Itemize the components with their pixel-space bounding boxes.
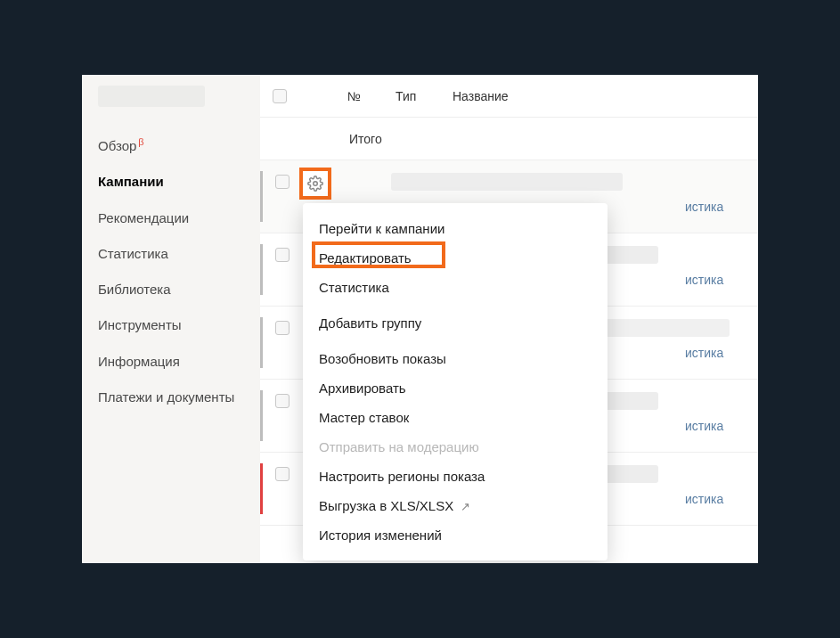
stats-link-partial[interactable]: истика <box>685 200 758 214</box>
sidebar-item-label: Обзор <box>98 138 136 153</box>
sidebar-item-label: Кампании <box>98 174 164 189</box>
stats-link-partial[interactable]: истика <box>685 346 758 360</box>
sidebar-item-tools[interactable]: Инструменты <box>82 307 260 343</box>
summary-label: Итого <box>338 132 382 146</box>
row-checkbox[interactable] <box>275 175 290 189</box>
logo-placeholder <box>98 86 205 107</box>
sidebar-item-statistics[interactable]: Статистика <box>82 236 260 272</box>
stats-link-partial[interactable]: истика <box>685 492 758 506</box>
menu-item-bid-master[interactable]: Мастер ставок <box>303 403 608 432</box>
menu-item-send-moderation: Отправить на модерацию <box>303 432 608 462</box>
sidebar-item-information[interactable]: Информация <box>82 344 260 380</box>
context-menu: Перейти к кампании Редактировать Статист… <box>303 203 608 560</box>
menu-item-export-xls[interactable]: Выгрузка в XLS/XLSX ↗ <box>303 491 608 520</box>
header-number[interactable]: № <box>338 89 396 103</box>
sidebar-item-label: Рекомендации <box>98 210 189 225</box>
menu-item-history[interactable]: История изменений <box>303 520 608 550</box>
menu-item-archive[interactable]: Архивировать <box>303 373 608 403</box>
row-checkbox[interactable] <box>275 321 290 335</box>
svg-point-0 <box>314 182 318 186</box>
campaign-row: истика Перейти к кампании Редактировать … <box>260 160 758 233</box>
header-name[interactable]: Название <box>453 89 758 103</box>
summary-row: Итого <box>260 118 758 160</box>
menu-item-resume[interactable]: Возобновить показы <box>303 344 608 373</box>
sidebar-item-label: Статистика <box>98 246 168 261</box>
stats-link-partial[interactable]: истика <box>685 419 758 433</box>
menu-item-edit[interactable]: Редактировать <box>303 243 608 273</box>
row-checkbox[interactable] <box>275 394 290 408</box>
row-checkbox[interactable] <box>275 248 290 262</box>
menu-item-statistics[interactable]: Статистика <box>303 273 608 302</box>
external-link-icon: ↗ <box>461 500 470 513</box>
sidebar-item-overview[interactable]: Обзорβ <box>82 127 260 164</box>
row-checkbox[interactable] <box>275 467 290 481</box>
menu-item-goto-campaign[interactable]: Перейти к кампании <box>303 214 608 243</box>
header-checkbox-col <box>260 89 299 103</box>
menu-item-add-group[interactable]: Добавить группу <box>303 308 608 338</box>
sidebar-item-payments[interactable]: Платежи и документы <box>82 380 260 415</box>
sidebar-item-label: Инструменты <box>98 317 182 332</box>
stats-link-partial[interactable]: истика <box>685 273 758 287</box>
sidebar-item-library[interactable]: Библиотека <box>82 272 260 307</box>
campaign-title-placeholder <box>391 173 623 191</box>
sidebar-item-label: Информация <box>98 354 180 369</box>
beta-badge: β <box>138 136 143 147</box>
table-header-row: № Тип Название <box>260 75 758 118</box>
sidebar-item-recommendations[interactable]: Рекомендации <box>82 200 260 236</box>
select-all-checkbox[interactable] <box>273 89 287 103</box>
gear-button-highlighted[interactable] <box>299 168 331 200</box>
main-content: № Тип Название Итого истика <box>260 75 758 563</box>
sidebar-item-label: Платежи и документы <box>98 389 234 405</box>
menu-item-regions[interactable]: Настроить регионы показа <box>303 462 608 491</box>
gear-icon <box>307 176 323 192</box>
sidebar-item-campaigns[interactable]: Кампании <box>82 164 260 200</box>
app-frame: Обзорβ Кампании Рекомендации Статистика … <box>82 75 758 563</box>
sidebar: Обзорβ Кампании Рекомендации Статистика … <box>82 75 260 563</box>
header-type[interactable]: Тип <box>396 89 453 103</box>
sidebar-item-label: Библиотека <box>98 282 171 297</box>
